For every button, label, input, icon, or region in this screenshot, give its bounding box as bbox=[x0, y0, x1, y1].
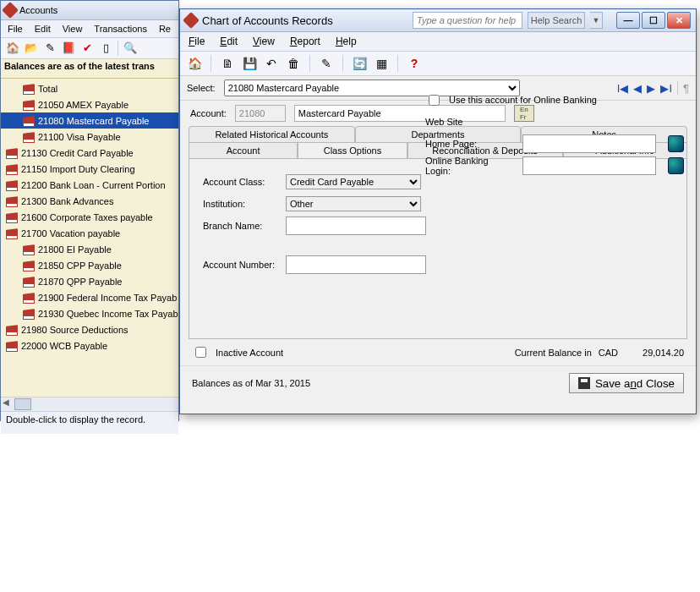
account-number-input[interactable] bbox=[286, 255, 426, 274]
globe-icon[interactable] bbox=[668, 157, 684, 174]
maximize-button[interactable]: ☐ bbox=[642, 12, 665, 29]
tree-item-label: 21150 Import Duty Clearing bbox=[21, 164, 135, 174]
help-dropdown-icon[interactable]: ▼ bbox=[590, 12, 603, 29]
homepage-field[interactable] bbox=[522, 134, 655, 153]
menu-edit[interactable]: Edit bbox=[220, 36, 238, 47]
menu-edit[interactable]: Edit bbox=[35, 24, 51, 34]
undo-icon[interactable]: ↶ bbox=[264, 56, 279, 71]
menu-transactions[interactable]: Transactions bbox=[94, 24, 147, 34]
horizontal-scrollbar[interactable] bbox=[1, 397, 178, 411]
save-and-close-button[interactable]: Save and Close bbox=[569, 373, 684, 393]
tree-item-label: 21850 CPP Payable bbox=[38, 260, 122, 271]
tree-item-label: 21700 Vacation payable bbox=[21, 228, 120, 238]
edit-icon[interactable]: ✎ bbox=[43, 41, 57, 55]
new-icon[interactable]: 🗎 bbox=[220, 56, 235, 71]
refresh-icon[interactable]: 🔄 bbox=[352, 56, 367, 71]
menu-reports-cut[interactable]: Re bbox=[159, 24, 171, 34]
inactive-account-checkbox[interactable] bbox=[195, 347, 206, 358]
tree-item-label: 21200 Bank Loan - Current Portion bbox=[21, 180, 166, 190]
separator bbox=[342, 55, 343, 72]
menu-help[interactable]: Help bbox=[336, 36, 357, 47]
tree-item[interactable]: 21800 EI Payable bbox=[1, 241, 178, 257]
accounts-menubar: File Edit View Transactions Re bbox=[1, 20, 178, 38]
online-login-field[interactable] bbox=[522, 156, 655, 175]
online-login-label: Online Banking Login: bbox=[425, 156, 516, 176]
book-icon bbox=[6, 180, 18, 189]
accounts-window: Accounts File Edit View Transactions Re … bbox=[0, 0, 179, 421]
account-class-dropdown[interactable]: Credit Card Payable bbox=[286, 174, 421, 189]
help-icon[interactable]: ? bbox=[407, 56, 422, 71]
records-titlebar[interactable]: Chart of Accounts Records Type a questio… bbox=[180, 9, 696, 32]
tree-item[interactable]: 21300 Bank Advances bbox=[1, 193, 178, 209]
balances-as-of-label: Balances as of Mar 31, 2015 bbox=[192, 378, 310, 388]
menu-report[interactable]: Report bbox=[290, 36, 320, 47]
close-button[interactable]: ✕ bbox=[667, 12, 691, 29]
tree-item-label: 21930 Quebec Income Tax Payab bbox=[38, 309, 178, 319]
book-icon bbox=[23, 132, 35, 141]
delete-icon[interactable]: 🗑 bbox=[286, 56, 301, 71]
tree-item[interactable]: 21150 Import Duty Clearing bbox=[1, 161, 178, 177]
search-icon[interactable]: 🔍 bbox=[123, 41, 137, 55]
balance-row: Inactive Account Current Balance in CAD … bbox=[180, 339, 696, 365]
tree-item[interactable]: 22000 WCB Payable bbox=[1, 337, 178, 354]
menu-file[interactable]: File bbox=[8, 24, 23, 34]
tree-item[interactable]: 21050 AMEX Payable bbox=[1, 96, 178, 112]
book-icon bbox=[23, 277, 35, 286]
menu-view[interactable]: View bbox=[63, 24, 83, 34]
book-icon[interactable]: 📕 bbox=[62, 41, 75, 55]
tree-item[interactable]: 21700 Vacation payable bbox=[1, 225, 178, 241]
minimize-button[interactable]: — bbox=[616, 12, 640, 29]
tree-item[interactable]: 21870 QPP Payable bbox=[1, 273, 178, 289]
globe-icon[interactable] bbox=[668, 135, 684, 152]
tree-item[interactable]: 21080 Mastercard Payable bbox=[1, 112, 178, 129]
clear-icon[interactable]: ▯ bbox=[99, 41, 112, 55]
tab-class-options[interactable]: Class Options bbox=[298, 142, 407, 158]
paragraph-icon[interactable]: ¶ bbox=[683, 82, 689, 95]
use-online-banking-checkbox[interactable] bbox=[429, 95, 440, 106]
tree-item[interactable]: 21900 Federal Income Tax Payab bbox=[1, 289, 178, 305]
tree-item[interactable]: 21980 Source Deductions bbox=[1, 321, 178, 337]
tree-item-label: 21050 AMEX Payable bbox=[38, 100, 129, 110]
tree-item-label: 21300 Bank Advances bbox=[21, 196, 113, 206]
tree-item-label: 21800 EI Payable bbox=[38, 244, 112, 255]
window-controls: — ☐ ✕ bbox=[616, 12, 691, 29]
account-number-field bbox=[235, 105, 286, 122]
tree-item-label: 21600 Corporate Taxes payable bbox=[21, 212, 153, 222]
tree-item[interactable]: 21130 Credit Card Payable bbox=[1, 145, 178, 161]
check-icon[interactable]: ✔ bbox=[80, 41, 94, 55]
save-icon[interactable]: 💾 bbox=[242, 56, 257, 71]
accounts-toolbar: 🏠 📂 ✎ 📕 ✔ ▯ 🔍 bbox=[1, 38, 178, 59]
records-menubar: File Edit View Report Help bbox=[180, 32, 696, 52]
account-class-label: Account Class: bbox=[203, 177, 279, 187]
tab-related-historical[interactable]: Related Historical Accounts bbox=[189, 126, 355, 142]
tab-account[interactable]: Account bbox=[189, 142, 298, 158]
help-question-input[interactable]: Type a question for help bbox=[413, 12, 522, 29]
institution-dropdown[interactable]: Other bbox=[286, 196, 421, 211]
save-close-label: Save and Close bbox=[595, 377, 675, 390]
tree-item[interactable]: 21930 Quebec Income Tax Payab bbox=[1, 305, 178, 321]
tree-item-label: 21100 Visa Payable bbox=[38, 132, 121, 142]
report-icon[interactable]: ▦ bbox=[374, 56, 389, 71]
tree-item-label: 21980 Source Deductions bbox=[21, 325, 129, 335]
help-search-button[interactable]: Help Search bbox=[528, 12, 585, 29]
tree-item-label: 21080 Mastercard Payable bbox=[38, 116, 149, 126]
branch-name-field[interactable] bbox=[286, 217, 426, 235]
tree-item[interactable]: 21100 Visa Payable bbox=[1, 129, 178, 145]
footer-row: Balances as of Mar 31, 2015 Save and Clo… bbox=[180, 365, 696, 403]
book-icon bbox=[23, 116, 35, 125]
separator bbox=[309, 55, 310, 72]
tree-item[interactable]: 21850 CPP Payable bbox=[1, 257, 178, 273]
menu-file[interactable]: File bbox=[189, 36, 205, 47]
separator bbox=[397, 55, 398, 72]
tree-item[interactable]: Total bbox=[1, 80, 178, 96]
tree-item[interactable]: 21200 Bank Loan - Current Portion bbox=[1, 177, 178, 193]
pencil-icon[interactable]: ✎ bbox=[319, 56, 334, 71]
menu-view[interactable]: View bbox=[253, 36, 275, 47]
book-icon bbox=[6, 325, 18, 334]
accounts-tree[interactable]: Total21050 AMEX Payable21080 Mastercard … bbox=[1, 79, 178, 397]
tree-item[interactable]: 21600 Corporate Taxes payable bbox=[1, 209, 178, 225]
folder-icon[interactable]: 📂 bbox=[25, 41, 38, 55]
home-icon[interactable]: 🏠 bbox=[187, 56, 202, 71]
accounts-titlebar[interactable]: Accounts bbox=[1, 1, 178, 20]
home-icon[interactable]: 🏠 bbox=[6, 41, 19, 55]
